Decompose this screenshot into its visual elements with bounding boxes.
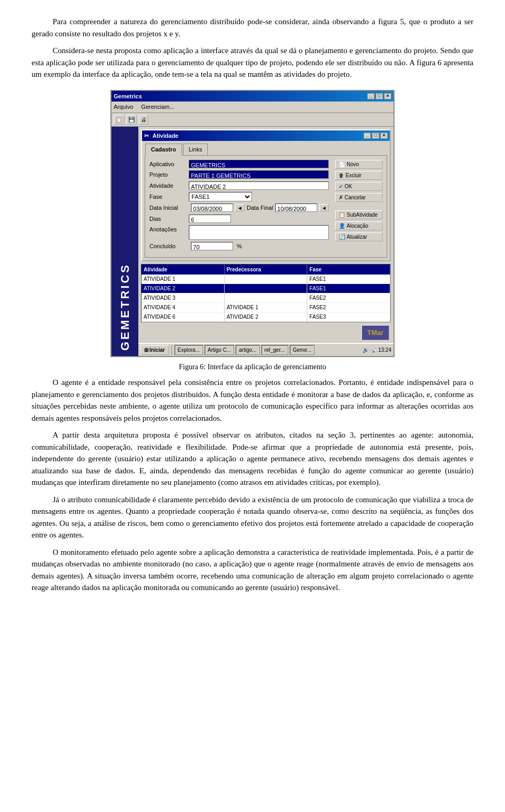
tmar-logo: TMar	[361, 325, 389, 341]
btn-alocacao[interactable]: 👤 Alocação	[335, 221, 382, 230]
form-area: Aplicativo GEMETRICS Projeto PARTE 1 GEM…	[149, 160, 329, 253]
tab-cadastro[interactable]: Cadastro	[145, 144, 182, 156]
table-row[interactable]: ATIVIDADE 2 FASE1	[142, 284, 390, 293]
label-data-inicial: Data Inicial	[149, 204, 189, 212]
col-fase: Fase	[307, 265, 390, 275]
win-title-outer: Gemetrics	[114, 92, 142, 101]
paragraph-4: A partir desta arquitetura proposta é po…	[32, 429, 473, 489]
form-row-aplicativo: Aplicativo GEMETRICS	[149, 160, 329, 169]
cell-atividade-3: ATIVIDADE 3	[142, 293, 225, 303]
ok-icon: ✓	[339, 184, 343, 189]
taskbar-divider	[171, 346, 172, 355]
taskbar-right: 🔊 📡 13:24	[362, 346, 391, 354]
percent-sign: %	[237, 242, 242, 251]
paragraph-6: O monitoramento efetuado pelo agente sob…	[32, 546, 473, 594]
cell-fase-3: FASE2	[307, 293, 390, 303]
toolbar-btn-1[interactable]: 📋	[114, 115, 124, 125]
input-anotacoes[interactable]	[189, 225, 329, 240]
paragraph-2: Considera-se nesta proposta como aplicaç…	[32, 45, 473, 80]
input-data-final[interactable]: 10/08/2000	[275, 204, 317, 212]
btn-subatividade[interactable]: 📋 SubAtividade	[335, 210, 382, 219]
cell-fase-2: FASE1	[307, 284, 390, 293]
inner-titlebar-buttons: _ □ ×	[363, 133, 388, 139]
cell-fase-1: FASE1	[307, 275, 390, 284]
input-dias[interactable]: 6	[189, 215, 231, 223]
menu-gerenciam[interactable]: Gerenciam...	[141, 104, 174, 110]
start-label: Iniciar	[149, 346, 165, 354]
cell-pred-3	[225, 293, 308, 303]
cell-fase-6: FASE3	[307, 312, 390, 322]
taskbar-item-explorar[interactable]: Explora...	[175, 345, 203, 355]
win-maximize-outer[interactable]: □	[376, 93, 383, 99]
atualizar-icon: 🔄	[339, 234, 345, 240]
taskbar-start-button[interactable]: ⊞ Iniciar	[140, 345, 168, 355]
label-data-final: Data Final	[247, 204, 273, 212]
table-row[interactable]: ATIVIDADE 1 FASE1	[142, 275, 390, 284]
tab-content-cadastro: Aplicativo GEMETRICS Projeto PARTE 1 GEM…	[145, 155, 387, 258]
cancelar-icon: ✗	[339, 195, 343, 200]
cell-pred-2	[225, 284, 308, 293]
cell-pred-4: ATIVIDADE 1	[225, 303, 308, 312]
label-projeto: Projeto	[149, 170, 189, 179]
btn-excluir[interactable]: 🗑 Excluir	[335, 171, 382, 180]
taskbar: ⊞ Iniciar Explora... Artigo C... artigo.…	[138, 343, 393, 356]
table-row[interactable]: ATIVIDADE 6 ATIVIDADE 2 FASE3	[142, 312, 390, 322]
win-close-outer[interactable]: ×	[384, 93, 391, 99]
toolbar-btn-2[interactable]: 💾	[126, 115, 137, 125]
table-row[interactable]: ATIVIDADE 3 FASE2	[142, 293, 390, 303]
form-row-dias: Dias 6	[149, 215, 329, 224]
input-data-inicial[interactable]: 03/08/2000	[191, 204, 233, 212]
select-fase[interactable]: FASE1	[189, 192, 252, 201]
excluir-icon: 🗑	[339, 172, 344, 178]
btn-novo[interactable]: 📄 Novo	[335, 160, 382, 169]
btn-data-final-arrow[interactable]: ◄	[319, 204, 329, 211]
menu-arquivo[interactable]: Arquivo	[114, 104, 133, 110]
win-titlebar-buttons-outer: _ □ ×	[367, 93, 391, 99]
page-content: Para compreender a natureza do gerenciam…	[32, 16, 473, 594]
cell-atividade-2: ATIVIDADE 2	[142, 284, 225, 293]
cell-pred-1	[225, 275, 308, 284]
form-row-anotacoes: Anotações	[149, 225, 329, 240]
taskbar-icons: 🔊 📡	[362, 346, 377, 354]
activities-table: Atividade Predecessora Fase ATIVIDADE 1 …	[141, 264, 391, 322]
taskbar-item-artigo[interactable]: Artigo C...	[205, 345, 234, 355]
tab-links[interactable]: Links	[183, 144, 208, 155]
win-app-outer: Gemetrics _ □ × Arquivo Gerenciam... 📋 💾…	[110, 90, 395, 358]
input-projeto[interactable]: PARTE 1 GEMETRICS	[189, 170, 329, 179]
btn-cancelar[interactable]: ✗ Cancelar	[335, 193, 382, 202]
sidebar-text: GEMETRICS	[116, 263, 134, 351]
taskbar-item-geme[interactable]: Geme...	[290, 345, 315, 355]
input-concluido[interactable]: 70	[191, 242, 233, 250]
paragraph-5: Já o atributo comunicabilidade é clarame…	[32, 494, 473, 541]
label-anotacoes: Anotações	[149, 225, 189, 234]
cell-atividade-4: ATIVIDADE 4	[142, 303, 225, 312]
btn-ok[interactable]: ✓ OK	[335, 182, 382, 191]
table-row[interactable]: ATIVIDADE 4 ATIVIDADE 1 FASE2	[142, 303, 390, 312]
col-predecessora: Predecessora	[225, 265, 308, 275]
btn-data-inicial-arrow[interactable]: ◄	[235, 204, 245, 211]
taskbar-item-artigo2[interactable]: artigo...	[236, 345, 259, 355]
table-header: Atividade Predecessora Fase	[142, 265, 390, 275]
taskbar-item-relger[interactable]: rel_ger...	[261, 345, 288, 355]
figure-6: Gemetrics _ □ × Arquivo Gerenciam... 📋 💾…	[110, 90, 395, 373]
input-aplicativo[interactable]: GEMETRICS	[189, 160, 329, 168]
inner-maximize[interactable]: □	[372, 133, 379, 139]
alocacao-icon: 👤	[339, 223, 345, 229]
tab-links-label: Links	[189, 145, 203, 154]
form-and-buttons: Aplicativo GEMETRICS Projeto PARTE 1 GEM…	[149, 160, 382, 253]
win-minimize-outer[interactable]: _	[367, 93, 375, 99]
inner-minimize[interactable]: _	[363, 133, 371, 139]
inner-area: ✂ Atividade _ □ × Ca	[138, 127, 393, 357]
side-buttons: 📄 Novo 🗑 Excluir ✓ OK	[335, 160, 382, 253]
label-fase: Fase	[149, 192, 189, 201]
form-row-concluido: Concluído 70 %	[149, 242, 329, 251]
cell-atividade-1: ATIVIDADE 1	[142, 275, 225, 284]
paragraph-1: Para compreender a natureza do gerenciam…	[32, 16, 473, 39]
inner-close[interactable]: ×	[380, 133, 388, 139]
input-atividade[interactable]: ATIVIDADE 2	[189, 181, 329, 190]
label-aplicativo: Aplicativo	[149, 160, 189, 169]
btn-atualizar[interactable]: 🔄 Atualizar	[335, 232, 382, 241]
form-row-fase: Fase FASE1	[149, 192, 329, 201]
form-row-atividade: Atividade ATIVIDADE 2	[149, 181, 329, 190]
toolbar-btn-3[interactable]: 🖨	[139, 115, 148, 125]
